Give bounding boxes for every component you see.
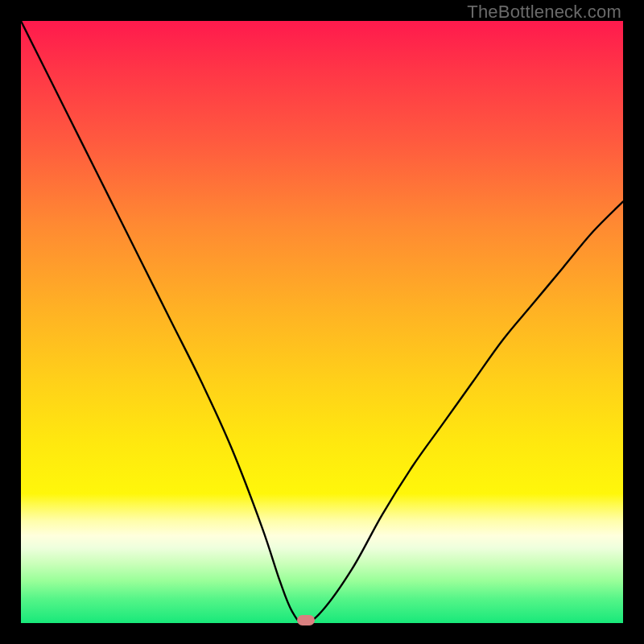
- chart-frame: TheBottleneck.com: [0, 0, 644, 644]
- watermark-text: TheBottleneck.com: [467, 2, 621, 23]
- optimum-marker: [297, 615, 315, 625]
- bottleneck-curve: [21, 21, 623, 623]
- chart-plot-area: [21, 21, 623, 623]
